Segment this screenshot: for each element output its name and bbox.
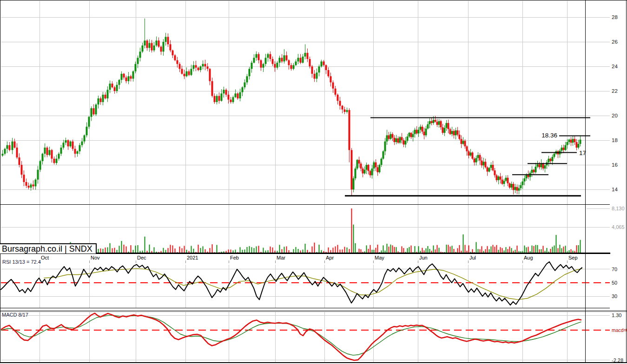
svg-text:Nov: Nov xyxy=(91,255,100,260)
price-volume-rsi-macd-chart: 28262422201816148,1304,0657050301.30macd… xyxy=(0,0,627,364)
svg-text:14: 14 xyxy=(612,187,618,192)
svg-text:4,065: 4,065 xyxy=(612,224,625,230)
svg-text:22: 22 xyxy=(612,88,618,94)
svg-text:Sep: Sep xyxy=(568,255,578,260)
rsi-indicator-label: RSI 13/13 = 72.4 xyxy=(2,259,41,265)
watermark-logo: Bursagraph.co.il | SNDX xyxy=(0,243,97,254)
svg-text:17: 17 xyxy=(579,150,586,156)
svg-text:70: 70 xyxy=(612,266,617,272)
svg-text:Dec: Dec xyxy=(137,255,146,260)
svg-text:Mar: Mar xyxy=(277,255,285,260)
background xyxy=(0,0,627,364)
svg-text:8,130: 8,130 xyxy=(612,206,625,211)
svg-text:1.30: 1.30 xyxy=(612,312,621,318)
svg-text:Aug: Aug xyxy=(524,255,533,260)
chart-root: 28262422201816148,1304,0657050301.30macd… xyxy=(0,0,627,364)
svg-text:30: 30 xyxy=(612,293,617,299)
svg-text:Oct: Oct xyxy=(41,255,49,260)
svg-text:macd=0: macd=0 xyxy=(612,327,627,333)
svg-text:24: 24 xyxy=(612,64,618,69)
svg-text:18: 18 xyxy=(612,137,618,143)
svg-text:50: 50 xyxy=(612,280,617,286)
svg-text:26: 26 xyxy=(612,39,618,45)
svg-text:28: 28 xyxy=(612,14,618,20)
svg-text:2021: 2021 xyxy=(187,255,198,260)
svg-text:Apr: Apr xyxy=(326,255,334,260)
svg-text:Jun: Jun xyxy=(419,255,428,260)
svg-text:May: May xyxy=(375,255,384,260)
svg-text:Feb: Feb xyxy=(230,255,239,260)
svg-text:18.36: 18.36 xyxy=(541,132,557,139)
svg-text:16: 16 xyxy=(612,162,618,168)
macd-indicator-label: MACD 8/17 xyxy=(2,312,28,318)
svg-text:Jul: Jul xyxy=(469,255,476,260)
svg-text:20: 20 xyxy=(612,113,618,118)
